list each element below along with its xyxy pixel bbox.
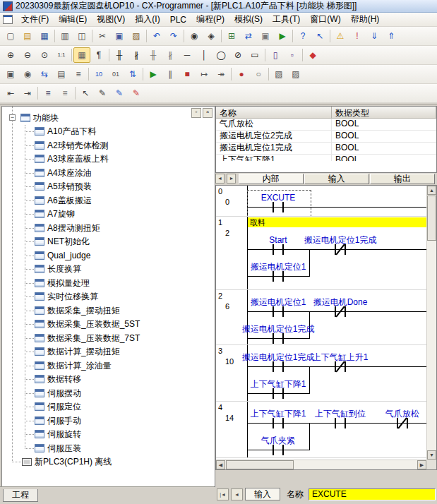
menu-item[interactable]: 编辑(E) <box>54 12 92 27</box>
tree-item[interactable]: Qual_judge <box>2 249 215 263</box>
menu-item[interactable]: 帮助(H) <box>346 12 385 27</box>
toolbar-undo-button[interactable]: ↶ <box>148 28 165 44</box>
toolbar-monitor-binary-button[interactable]: 01 <box>107 66 124 82</box>
name-field[interactable]: EXCUTE <box>309 488 436 500</box>
toolbar-zoom-in-button[interactable]: ⊕ <box>2 47 19 63</box>
no-contact-symbol[interactable] <box>273 418 274 428</box>
toolbar-zoom-out-button[interactable]: ⊖ <box>19 47 36 63</box>
toolbar-new-instruction-button[interactable]: ▭ <box>246 47 263 63</box>
tree-item[interactable]: 伺服定位 <box>2 400 215 414</box>
ladder-rung-0[interactable]: 00EXCUTE <box>216 186 426 217</box>
tree-item[interactable]: A10产品下料 <box>2 125 215 139</box>
toolbar-cross-reference-button[interactable]: ⇆ <box>36 66 53 82</box>
toolbar-monitor-button[interactable]: ▣ <box>257 28 274 44</box>
toolbar-new-or-contact-button[interactable]: ╫ <box>145 47 162 63</box>
toolbar-step-run-button[interactable]: ↦ <box>196 66 212 82</box>
toolbar-indent-left-button[interactable]: ⇤ <box>2 85 19 101</box>
no-contact-symbol[interactable] <box>282 388 284 399</box>
no-contact-symbol[interactable] <box>273 445 274 455</box>
toolbar-zoom-100-button[interactable]: 1:1 <box>53 47 70 63</box>
variable-row[interactable]: 搬运电机定位1完成BOOL <box>216 143 436 155</box>
toolbar-new-contact-button[interactable]: ╫ <box>111 47 128 63</box>
var-tab-1[interactable]: 输入 <box>304 174 369 184</box>
nc-contact-symbol[interactable] <box>345 306 346 317</box>
menu-item[interactable]: 窗口(W) <box>305 12 345 27</box>
column-header-datatype[interactable]: 数据类型 <box>332 107 436 119</box>
toolbar-compile-button[interactable]: ⊞ <box>223 28 240 44</box>
prev-record-icon[interactable]: ◄ <box>231 488 243 500</box>
variable-row[interactable]: 气爪放松BOOL <box>216 119 436 131</box>
menu-item[interactable]: 文件(F) <box>16 12 54 27</box>
no-contact-symbol[interactable] <box>335 418 336 428</box>
toolbar-download-to-plc-button[interactable]: ⇓ <box>366 28 383 44</box>
toolbar-grid-button[interactable]: ▦ <box>73 47 90 63</box>
tree-item[interactable]: 数据采集_压装数据_5ST <box>2 318 215 332</box>
column-header-name[interactable]: 名称 <box>216 107 332 119</box>
ladder-rung-2[interactable]: 26搬运电机定位1搬运电机Done搬运电机定位1完成 <box>216 290 426 345</box>
toolbar-list-view-2-button[interactable]: ≡ <box>56 85 73 101</box>
toolbar-print-preview-button[interactable]: ◫ <box>73 28 90 44</box>
toolbar-clear-breakpoint-button[interactable]: ○ <box>250 66 267 82</box>
nc-contact-symbol[interactable] <box>407 418 408 428</box>
toolbar-vertical-line-button[interactable]: │ <box>196 47 212 63</box>
tree-item[interactable]: 数据计算_涂油量 <box>2 359 215 373</box>
menu-item[interactable]: PLC <box>165 13 191 26</box>
variable-row[interactable]: 搬运电机定位2完成BOOL <box>216 131 436 143</box>
tab-scroll-left-icon[interactable]: ◄ <box>215 174 225 184</box>
toolbar-select-tool-button[interactable]: ↖ <box>77 85 94 101</box>
toolbar-run-mode-button[interactable]: ▶ <box>274 28 291 44</box>
tree-item[interactable]: NET初始化 <box>2 235 215 249</box>
no-contact-symbol[interactable] <box>273 361 274 372</box>
tree-item[interactable]: 伺服压装 <box>2 442 215 456</box>
toolbar-new-coil-button[interactable]: ◯ <box>212 47 229 63</box>
toolbar-window-tile-button[interactable]: ▨ <box>287 66 304 82</box>
tree-item[interactable]: 伺服摆动 <box>2 387 215 401</box>
toolbar-comment-pen-black-button[interactable]: ✎ <box>94 85 111 101</box>
tree-item[interactable]: 数据转移 <box>2 373 215 387</box>
tree-item[interactable]: A4球座涂油 <box>2 167 215 181</box>
toolbar-comment-pen-blue-button[interactable]: ✎ <box>111 85 128 101</box>
toolbar-indent-right-button[interactable]: ⇥ <box>19 85 36 101</box>
tree-item[interactable]: A2球销壳体检测 <box>2 139 215 153</box>
tree-item[interactable]: A5球销预装 <box>2 180 215 194</box>
no-contact-symbol[interactable] <box>273 333 274 344</box>
nc-contact-symbol[interactable] <box>345 244 346 255</box>
no-contact-symbol[interactable] <box>282 244 284 255</box>
toolbar-copy-button[interactable]: ▣ <box>111 28 128 44</box>
toolbar-work-online-button[interactable]: ⇄ <box>240 28 257 44</box>
tree-item[interactable]: 长度换算 <box>2 263 215 277</box>
toolbar-continuous-run-button[interactable]: ↠ <box>212 66 229 82</box>
toolbar-paste-button[interactable]: ▨ <box>128 28 145 44</box>
tree-item-plc[interactable]: 新PLC3(CP1H) 离线 <box>2 455 215 469</box>
ladder-vertical-scrollbar[interactable]: ▲ ▼ <box>426 186 436 460</box>
io-tab-input[interactable]: 输入 <box>245 488 280 500</box>
toolbar-program-check-button[interactable]: ! <box>349 28 366 44</box>
toolbar-monitor-decimal-button[interactable]: 10 <box>90 66 107 82</box>
menu-item[interactable]: 编程(P) <box>191 12 229 27</box>
tree-item[interactable]: 伺服旋转 <box>2 428 215 442</box>
toolbar-upload-from-plc-button[interactable]: ⇑ <box>383 28 400 44</box>
no-contact-symbol[interactable] <box>345 418 346 428</box>
menu-item[interactable]: 插入(I) <box>130 12 164 27</box>
toolbar-new-or-closed-contact-button[interactable]: ∦ <box>162 47 179 63</box>
toolbar-new-closed-coil-button[interactable]: ⊘ <box>229 47 246 63</box>
toolbar-edit-marker-button[interactable]: ◆ <box>304 47 321 63</box>
tree-item[interactable]: A7旋铆 <box>2 208 215 222</box>
vertical-scroll-thumb[interactable] <box>427 196 436 241</box>
toolbar-watch-window-button[interactable]: ◉ <box>19 66 36 82</box>
toolbar-window-cascade-button[interactable]: ▧ <box>270 66 287 82</box>
toolbar-new-closed-contact-button[interactable]: ∦ <box>128 47 145 63</box>
close-icon[interactable]: × <box>203 108 212 118</box>
toolbar-simulator-stop-button[interactable]: ■ <box>179 66 196 82</box>
toolbar-simulator-online-button[interactable]: ▶ <box>145 66 162 82</box>
toolbar-context-help-button[interactable]: ↖ <box>311 28 328 44</box>
first-record-icon[interactable]: |◄ <box>217 488 229 500</box>
toolbar-horizontal-line-button[interactable]: ─ <box>179 47 196 63</box>
menu-item[interactable]: 视图(V) <box>92 12 130 27</box>
rung-comment[interactable]: 取料 <box>248 217 426 227</box>
toolbar-differential-monitor-button[interactable]: ⇅ <box>124 66 141 82</box>
ladder-rung-4[interactable]: 414上下气缸下降1上下气缸到位气爪放松气爪夹紧 <box>216 402 426 458</box>
project-tab[interactable]: 工程 <box>3 489 38 502</box>
toolbar-io-table-button[interactable]: ≡ <box>70 66 87 82</box>
toolbar-replace-button[interactable]: ◈ <box>203 28 220 44</box>
